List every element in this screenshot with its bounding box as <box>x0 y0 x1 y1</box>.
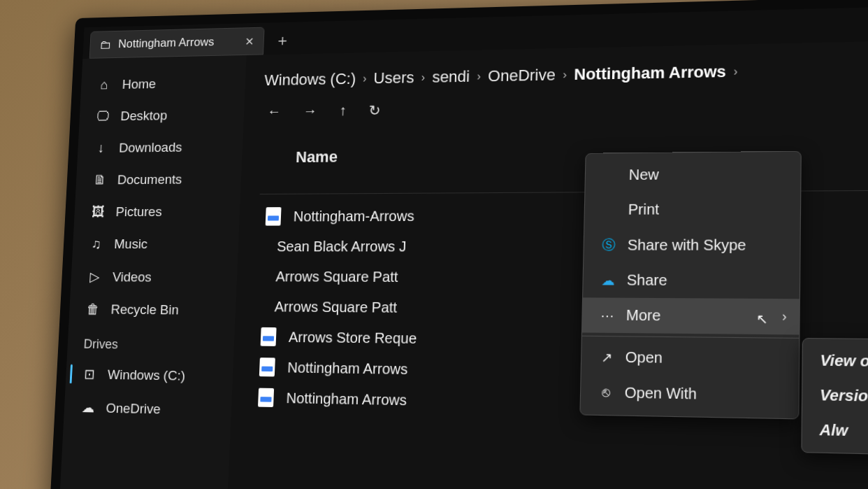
file-icon <box>261 297 262 316</box>
sidebar-item-label: Videos <box>112 269 152 285</box>
sidebar-item-label: Music <box>114 236 148 252</box>
file-icon <box>261 327 277 346</box>
sidebar-item-label: OneDrive <box>106 400 161 417</box>
chevron-right-icon: › <box>363 72 367 85</box>
sidebar-item-label: Documents <box>117 172 182 188</box>
breadcrumb-segment[interactable]: sendi <box>432 67 470 87</box>
sidebar-item-label: Pictures <box>115 204 162 220</box>
skype-icon: Ⓢ <box>600 236 617 253</box>
cursor-icon: ↖ <box>756 311 768 327</box>
file-name: Nottingham Arrows <box>286 390 614 413</box>
ctx-print[interactable]: Print <box>584 192 800 227</box>
file-icon <box>266 207 282 225</box>
sidebar-item-label: Downloads <box>119 140 182 156</box>
file-name: Nottingham-Arrows <box>293 207 619 225</box>
monitor-bezel: 🗀 Nottingham Arrows ✕ ＋ ⌂ Home 🖵 Desktop… <box>50 0 868 489</box>
ctx-more[interactable]: ⋯ More ↖ › <box>582 297 800 334</box>
active-tab[interactable]: 🗀 Nottingham Arrows ✕ <box>89 27 265 59</box>
sidebar-item-pictures[interactable]: 🖼 Pictures <box>78 197 236 227</box>
sidebar-item-music[interactable]: ♫ Music <box>76 229 235 260</box>
chevron-right-icon: › <box>782 309 787 325</box>
ctx-label: Share with Skype <box>628 236 746 254</box>
sidebar-item-recycle-bin[interactable]: 🗑 Recycle Bin <box>73 295 232 325</box>
ctx-open[interactable]: ↗ Open <box>581 339 800 378</box>
ctx-label: Share <box>627 271 667 289</box>
ctx-share[interactable]: ☁ Share <box>583 262 800 299</box>
screen: 🗀 Nottingham Arrows ✕ ＋ ⌂ Home 🖵 Desktop… <box>59 6 868 489</box>
ctx-new[interactable]: New <box>585 156 800 192</box>
breadcrumb-segment[interactable]: Windows (C:) <box>264 70 356 90</box>
ctx-label: Open <box>625 349 663 367</box>
file-icon <box>258 388 274 407</box>
sidebar-item-home[interactable]: ⌂ Home <box>85 68 242 100</box>
open-icon: ↗ <box>598 349 615 366</box>
music-icon: ♫ <box>89 236 104 252</box>
column-name-header[interactable]: Name <box>260 145 620 185</box>
sub-always[interactable]: Alw <box>802 413 868 452</box>
open-with-icon: ⎋ <box>598 385 614 401</box>
sidebar-item-label: Desktop <box>120 108 168 124</box>
desktop-icon: 🖵 <box>95 109 110 125</box>
main-area: Windows (C:) › Users › sendi › OneDrive … <box>227 41 868 489</box>
tab-title: Nottingham Arrows <box>118 34 238 51</box>
download-icon: ↓ <box>94 141 109 156</box>
refresh-button[interactable]: ↻ <box>368 101 381 119</box>
home-icon: ⌂ <box>96 77 112 92</box>
divider <box>582 336 799 339</box>
onedrive-icon: ☁ <box>600 272 616 289</box>
sub-label: Alw <box>820 421 848 439</box>
folder-icon: 🗀 <box>99 37 112 52</box>
breadcrumb-segment[interactable]: OneDrive <box>488 66 556 86</box>
trash-icon: 🗑 <box>85 302 101 317</box>
sidebar-item-desktop[interactable]: 🖵 Desktop <box>83 100 240 132</box>
sidebar-item-onedrive[interactable]: ☁ OneDrive <box>68 392 228 425</box>
close-tab-button[interactable]: ✕ <box>245 34 254 48</box>
sub-view-online[interactable]: View online <box>802 343 868 381</box>
file-name: Sean Black Arrows J <box>277 238 602 255</box>
sidebar-item-windows-c[interactable]: ⊡ Windows (C:) <box>69 359 229 392</box>
cloud-icon: ☁ <box>80 399 95 416</box>
file-name: Nottingham Arrows <box>287 359 616 381</box>
sidebar-item-videos[interactable]: ▷ Videos <box>74 262 233 292</box>
ctx-share-skype[interactable]: Ⓢ Share with Skype <box>584 227 800 263</box>
sidebar-item-label: Windows (C:) <box>107 367 185 383</box>
back-button[interactable]: ← <box>267 104 282 120</box>
drives-heading: Drives <box>71 327 231 357</box>
nav-toolbar: ← → ↑ ↻ <box>263 93 868 120</box>
chevron-right-icon: › <box>734 65 738 78</box>
chevron-right-icon: › <box>477 70 481 83</box>
file-name: Arrows Store Reque <box>289 329 616 349</box>
sidebar-item-label: Recycle Bin <box>110 302 179 318</box>
picture-icon: 🖼 <box>90 204 106 220</box>
sub-label: View online <box>820 352 868 370</box>
ctx-label: More <box>626 307 661 325</box>
chevron-right-icon: › <box>421 71 425 84</box>
ctx-open-with[interactable]: ⎋ Open With <box>581 374 799 413</box>
breadcrumb: Windows (C:) › Users › sendi › OneDrive … <box>264 58 868 90</box>
ctx-label: Print <box>628 201 660 218</box>
sidebar: ⌂ Home 🖵 Desktop ↓ Downloads 🗎 Documents… <box>59 55 246 489</box>
file-name: Arrows Square Patt <box>275 268 600 286</box>
drive-icon: ⊡ <box>82 366 97 383</box>
ctx-label: Open With <box>625 384 697 403</box>
forward-button[interactable]: → <box>303 103 317 120</box>
document-icon: 🗎 <box>92 173 107 188</box>
file-icon <box>264 237 265 255</box>
breadcrumb-current[interactable]: Nottingham Arrows <box>574 62 726 84</box>
chevron-right-icon: › <box>563 69 567 82</box>
up-button[interactable]: ↑ <box>339 102 347 119</box>
sub-label: Version history <box>820 386 868 405</box>
ctx-label: New <box>629 166 659 184</box>
sub-version-history[interactable]: Version history <box>802 378 868 416</box>
sidebar-item-documents[interactable]: 🗎 Documents <box>80 164 238 195</box>
file-icon <box>259 357 275 376</box>
sidebar-item-label: Home <box>122 76 156 92</box>
context-menu: New Print Ⓢ Share with Skype ☁ Share ⋯ M… <box>579 151 802 420</box>
context-submenu: View online Version history Alw <box>801 338 868 457</box>
file-name: Arrows Square Patt <box>274 298 600 317</box>
sidebar-item-downloads[interactable]: ↓ Downloads <box>81 132 239 163</box>
video-icon: ▷ <box>87 269 102 285</box>
breadcrumb-segment[interactable]: Users <box>373 69 414 87</box>
new-tab-button[interactable]: ＋ <box>268 27 298 54</box>
ellipsis-icon: ⋯ <box>599 307 616 324</box>
